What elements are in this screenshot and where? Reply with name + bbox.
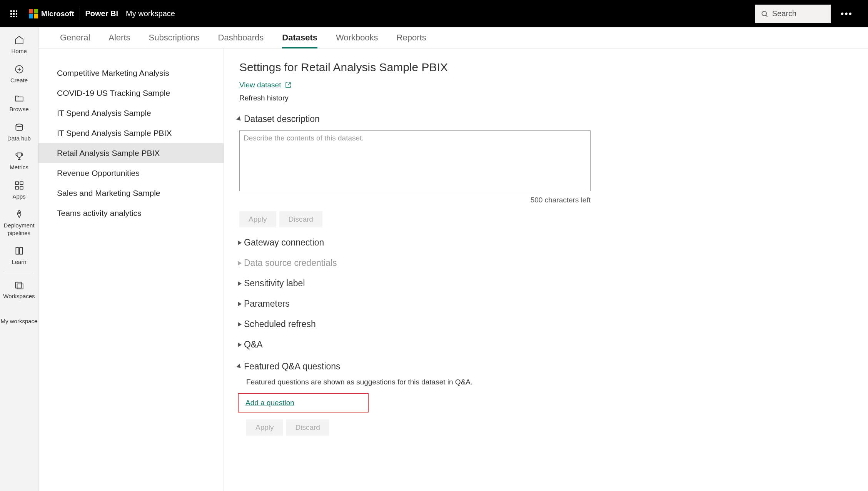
nav-myworkspace[interactable]: My workspace bbox=[0, 312, 38, 330]
featured-description: Featured questions are shown as suggesti… bbox=[246, 378, 853, 386]
section-featured-qa[interactable]: Featured Q&A questions bbox=[239, 361, 853, 372]
rocket-icon bbox=[13, 209, 25, 220]
apps-icon bbox=[13, 180, 25, 191]
more-options-button[interactable]: ••• bbox=[837, 8, 856, 19]
svg-rect-9 bbox=[20, 182, 23, 185]
add-question-link[interactable]: Add a question bbox=[245, 399, 294, 407]
svg-line-16 bbox=[288, 83, 291, 85]
collapse-icon bbox=[238, 342, 242, 347]
svg-point-0 bbox=[762, 11, 766, 16]
create-icon bbox=[13, 63, 25, 75]
svg-line-1 bbox=[766, 15, 767, 17]
discard-button[interactable]: Discard bbox=[286, 419, 329, 436]
app-launcher-button[interactable] bbox=[5, 5, 23, 23]
discard-button[interactable]: Discard bbox=[279, 211, 322, 227]
svg-point-12 bbox=[18, 212, 20, 214]
apply-button[interactable]: Apply bbox=[246, 419, 283, 436]
collapse-icon bbox=[238, 281, 242, 286]
folder-icon bbox=[13, 92, 25, 104]
breadcrumb[interactable]: My workspace bbox=[126, 9, 175, 18]
nav-deployment[interactable]: Deployment pipelines bbox=[0, 205, 38, 241]
collapse-icon bbox=[238, 322, 242, 327]
dataset-list: Competitive Marketing Analysis COVID-19 … bbox=[38, 48, 224, 491]
settings-tabs: General Alerts Subscriptions Dashboards … bbox=[38, 27, 868, 48]
tab-general[interactable]: General bbox=[60, 33, 90, 48]
collapse-icon bbox=[238, 302, 242, 306]
tab-alerts[interactable]: Alerts bbox=[108, 33, 130, 48]
section-qa[interactable]: Q&A bbox=[239, 339, 853, 350]
dataset-item[interactable]: IT Spend Analysis Sample bbox=[38, 103, 224, 123]
view-dataset-link[interactable]: View dataset bbox=[239, 81, 281, 89]
dataset-item[interactable]: COVID-19 US Tracking Sample bbox=[38, 83, 224, 103]
section-parameters[interactable]: Parameters bbox=[239, 299, 853, 309]
external-link-icon bbox=[285, 82, 292, 89]
svg-point-5 bbox=[16, 124, 22, 127]
dataset-item[interactable]: Sales and Marketing Sample bbox=[38, 183, 224, 203]
datahub-icon bbox=[13, 122, 25, 133]
add-question-highlight: Add a question bbox=[238, 393, 369, 413]
tab-datasets[interactable]: Datasets bbox=[282, 33, 317, 48]
collapse-icon bbox=[238, 261, 242, 266]
svg-rect-10 bbox=[15, 186, 18, 189]
svg-rect-14 bbox=[15, 282, 21, 288]
nav-learn[interactable]: Learn bbox=[0, 241, 38, 271]
workspaces-icon bbox=[13, 279, 25, 291]
section-dataset-description[interactable]: Dataset description bbox=[239, 114, 853, 124]
nav-home[interactable]: Home bbox=[0, 30, 38, 60]
dataset-item[interactable]: Revenue Opportunities bbox=[38, 163, 224, 183]
section-sensitivity[interactable]: Sensitivity label bbox=[239, 278, 853, 289]
content-area: General Alerts Subscriptions Dashboards … bbox=[38, 27, 868, 491]
expand-icon bbox=[236, 364, 242, 370]
nav-browse[interactable]: Browse bbox=[0, 89, 38, 118]
header-divider bbox=[80, 8, 80, 20]
tab-workbooks[interactable]: Workbooks bbox=[336, 33, 378, 48]
section-gateway[interactable]: Gateway connection bbox=[239, 237, 853, 248]
home-icon bbox=[13, 34, 25, 46]
svg-rect-11 bbox=[20, 186, 23, 189]
apply-button[interactable]: Apply bbox=[239, 211, 276, 227]
section-credentials[interactable]: Data source credentials bbox=[239, 258, 853, 268]
dataset-item[interactable]: Teams activity analytics bbox=[38, 203, 224, 223]
dataset-item[interactable]: Competitive Marketing Analysis bbox=[38, 63, 224, 83]
nav-create[interactable]: Create bbox=[0, 60, 38, 89]
character-counter: 500 characters left bbox=[239, 196, 591, 204]
left-navigation: Home Create Browse Data hub Metrics bbox=[0, 27, 38, 491]
book-icon bbox=[13, 245, 25, 257]
refresh-history-link[interactable]: Refresh history bbox=[239, 94, 289, 102]
product-name[interactable]: Power BI bbox=[85, 9, 119, 18]
trophy-icon bbox=[13, 150, 25, 162]
microsoft-text: Microsoft bbox=[41, 10, 74, 18]
waffle-icon bbox=[10, 10, 17, 17]
search-placeholder: Search bbox=[772, 9, 796, 18]
nav-divider bbox=[5, 273, 33, 273]
nav-apps[interactable]: Apps bbox=[0, 176, 38, 205]
page-title: Settings for Retail Analysis Sample PBIX bbox=[239, 61, 853, 74]
svg-rect-8 bbox=[15, 182, 18, 185]
tab-dashboards[interactable]: Dashboards bbox=[218, 33, 264, 48]
settings-panel: Settings for Retail Analysis Sample PBIX… bbox=[224, 48, 868, 491]
collapse-icon bbox=[238, 240, 242, 245]
search-icon bbox=[761, 10, 768, 18]
tab-subscriptions[interactable]: Subscriptions bbox=[149, 33, 200, 48]
dataset-item-selected[interactable]: Retail Analysis Sample PBIX bbox=[38, 143, 224, 163]
search-input[interactable]: Search bbox=[755, 5, 831, 23]
dataset-item[interactable]: IT Spend Analysis Sample PBIX bbox=[38, 123, 224, 143]
nav-workspaces[interactable]: Workspaces bbox=[0, 276, 38, 305]
nav-datahub[interactable]: Data hub bbox=[0, 118, 38, 147]
microsoft-logo-icon bbox=[29, 9, 38, 18]
nav-metrics[interactable]: Metrics bbox=[0, 147, 38, 176]
section-scheduled[interactable]: Scheduled refresh bbox=[239, 319, 853, 329]
microsoft-brand[interactable]: Microsoft bbox=[29, 9, 74, 18]
top-header-bar: Microsoft Power BI My workspace Search •… bbox=[0, 0, 868, 27]
expand-icon bbox=[236, 116, 242, 122]
tab-reports[interactable]: Reports bbox=[397, 33, 426, 48]
description-input[interactable] bbox=[239, 130, 591, 191]
